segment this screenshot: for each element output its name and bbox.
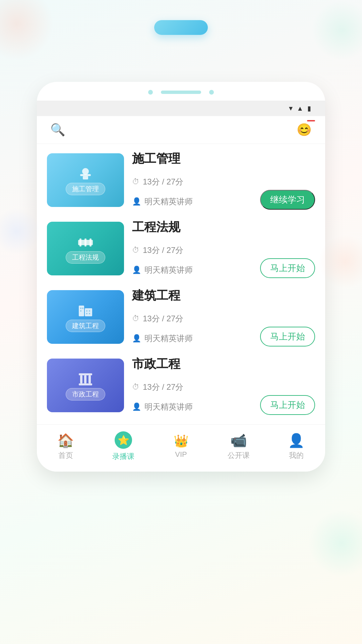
svg-rect-8 bbox=[85, 308, 92, 316]
signal-icon: ▲ bbox=[297, 105, 303, 112]
course-title: 市政工程 bbox=[132, 356, 315, 372]
course-duration: 13分 / 27分 bbox=[143, 176, 183, 187]
nav-vip-icon: 👑 bbox=[174, 434, 189, 448]
course-thumbnail: 市政工程 bbox=[47, 359, 124, 412]
course-duration-meta: ⏱ 13分 / 27分 bbox=[132, 176, 315, 187]
phone-top-bar bbox=[37, 82, 325, 101]
bottom-navigation: 🏠 首页 ⭐ 录播课 👑 VIP 📹 公开课 👤 我的 bbox=[37, 424, 325, 472]
course-title: 施工管理 bbox=[132, 151, 315, 167]
course-action-row: 👤 明天精英讲师 马上开始 bbox=[132, 258, 315, 278]
course-teacher-meta: 👤 明天精英讲师 bbox=[132, 265, 193, 275]
course-title: 建筑工程 bbox=[132, 287, 315, 304]
thumb-label: 施工管理 bbox=[66, 183, 105, 195]
svg-rect-17 bbox=[80, 375, 82, 383]
bottom-nav-item-公开课[interactable]: 📹 公开课 bbox=[210, 433, 267, 461]
course-thumbnail: 施工管理 bbox=[47, 153, 124, 207]
bottom-nav-item-首页[interactable]: 🏠 首页 bbox=[37, 433, 95, 461]
clock-icon: ⏱ bbox=[132, 177, 139, 186]
course-duration: 13分 / 27分 bbox=[143, 245, 183, 256]
course-duration: 13分 / 27分 bbox=[143, 382, 183, 392]
start-button[interactable]: 马上开始 bbox=[260, 327, 315, 346]
hero-section bbox=[0, 0, 362, 68]
clock-icon: ⏱ bbox=[132, 383, 139, 391]
clock-icon: ⏱ bbox=[132, 246, 139, 255]
svg-rect-14 bbox=[86, 313, 87, 314]
svg-point-0 bbox=[82, 168, 89, 175]
svg-rect-4 bbox=[79, 238, 81, 247]
course-info: 建筑工程 ⏱ 13分 / 27分 👤 明天精英讲师 马上开始 bbox=[132, 287, 315, 346]
search-icon[interactable]: 🔍 bbox=[50, 123, 65, 137]
message-icon[interactable]: 😊 bbox=[297, 123, 312, 137]
notification-badge bbox=[307, 120, 315, 121]
indicator-dash bbox=[161, 91, 201, 94]
app-navbar: 🔍 😊 bbox=[37, 116, 325, 144]
svg-rect-10 bbox=[82, 308, 83, 309]
course-info: 市政工程 ⏱ 13分 / 27分 👤 明天精英讲师 马上开始 bbox=[132, 356, 315, 415]
svg-rect-16 bbox=[79, 373, 92, 375]
nav-label: 录播课 bbox=[112, 451, 134, 462]
course-item[interactable]: 施工管理 施工管理 ⏱ 13分 / 27分 👤 明天精英讲师 继续学习 bbox=[47, 151, 315, 210]
record-button[interactable] bbox=[154, 20, 208, 35]
svg-rect-19 bbox=[88, 375, 91, 383]
course-duration: 13分 / 27分 bbox=[143, 313, 183, 324]
phone-mockup: ▾ ▲ ▮ 🔍 😊 施工管理 施工管理 bbox=[37, 82, 325, 472]
bottom-nav-item-我的[interactable]: 👤 我的 bbox=[267, 433, 325, 461]
course-thumbnail: 建筑工程 bbox=[47, 290, 124, 344]
svg-rect-18 bbox=[84, 375, 86, 383]
clock-icon: ⏱ bbox=[132, 314, 139, 323]
course-action-row: 👤 明天精英讲师 马上开始 bbox=[132, 327, 315, 346]
course-list: 施工管理 施工管理 ⏱ 13分 / 27分 👤 明天精英讲师 继续学习 工程法规… bbox=[37, 144, 325, 415]
course-item[interactable]: 建筑工程 建筑工程 ⏱ 13分 / 27分 👤 明天精英讲师 马上开始 bbox=[47, 287, 315, 346]
nav-label: VIP bbox=[175, 450, 187, 459]
course-action-row: 👤 明天精英讲师 继续学习 bbox=[132, 190, 315, 210]
course-info: 施工管理 ⏱ 13分 / 27分 👤 明天精英讲师 继续学习 bbox=[132, 151, 315, 210]
start-button[interactable]: 马上开始 bbox=[260, 258, 315, 278]
nav-active-icon: ⭐ bbox=[115, 431, 132, 449]
thumb-label: 市政工程 bbox=[66, 388, 105, 400]
nav-label: 首页 bbox=[58, 450, 73, 461]
thumb-label: 建筑工程 bbox=[66, 320, 105, 332]
course-title: 工程法规 bbox=[132, 219, 315, 235]
bottom-nav-item-VIP[interactable]: 👑 VIP bbox=[152, 434, 210, 459]
nav-label: 我的 bbox=[289, 450, 304, 461]
course-item[interactable]: 工程法规 工程法规 ⏱ 13分 / 27分 👤 明天精英讲师 马上开始 bbox=[47, 219, 315, 278]
battery-icon: ▮ bbox=[307, 104, 311, 112]
phone-mockup-wrapper: ▾ ▲ ▮ 🔍 😊 施工管理 施工管理 bbox=[0, 82, 362, 472]
course-info: 工程法规 ⏱ 13分 / 27分 👤 明天精英讲师 马上开始 bbox=[132, 219, 315, 278]
thumb-label: 工程法规 bbox=[66, 251, 105, 264]
bottom-nav-item-录播课[interactable]: ⭐ 录播课 bbox=[95, 431, 152, 462]
course-action-row: 👤 明天精英讲师 马上开始 bbox=[132, 395, 315, 415]
start-button[interactable]: 马上开始 bbox=[260, 395, 315, 415]
svg-rect-1 bbox=[80, 174, 91, 176]
course-teacher: 明天精英讲师 bbox=[144, 333, 193, 344]
svg-rect-6 bbox=[89, 238, 92, 247]
course-duration-meta: ⏱ 13分 / 27分 bbox=[132, 382, 315, 392]
teacher-icon: 👤 bbox=[132, 197, 141, 206]
course-teacher: 明天精英讲师 bbox=[144, 265, 193, 275]
nav-label: 公开课 bbox=[228, 450, 250, 461]
status-bar: ▾ ▲ ▮ bbox=[37, 101, 325, 116]
course-thumbnail: 工程法规 bbox=[47, 222, 124, 275]
indicator-dot-right bbox=[209, 90, 214, 95]
nav-icon: 📹 bbox=[230, 433, 247, 448]
indicator-dot-left bbox=[148, 90, 153, 95]
wifi-icon: ▾ bbox=[289, 104, 293, 113]
course-item[interactable]: 市政工程 市政工程 ⏱ 13分 / 27分 👤 明天精英讲师 马上开始 bbox=[47, 356, 315, 415]
svg-rect-2 bbox=[83, 176, 88, 179]
course-teacher-meta: 👤 明天精英讲师 bbox=[132, 401, 193, 412]
course-teacher: 明天精英讲师 bbox=[144, 401, 193, 412]
course-duration-meta: ⏱ 13分 / 27分 bbox=[132, 245, 315, 256]
svg-rect-9 bbox=[80, 308, 81, 309]
svg-rect-11 bbox=[80, 310, 81, 312]
course-teacher: 明天精英讲师 bbox=[144, 196, 193, 207]
svg-rect-15 bbox=[89, 313, 90, 314]
decorative-blob-br bbox=[308, 510, 362, 577]
course-duration-meta: ⏱ 13分 / 27分 bbox=[132, 313, 315, 324]
course-teacher-meta: 👤 明天精英讲师 bbox=[132, 333, 193, 344]
svg-rect-20 bbox=[79, 383, 92, 385]
app-content: 🔍 😊 施工管理 施工管理 ⏱ 13分 / 27分 👤 bbox=[37, 116, 325, 415]
continue-button[interactable]: 继续学习 bbox=[260, 190, 315, 210]
nav-icon: 🏠 bbox=[57, 433, 74, 448]
svg-rect-12 bbox=[86, 310, 87, 312]
svg-rect-13 bbox=[89, 310, 90, 312]
